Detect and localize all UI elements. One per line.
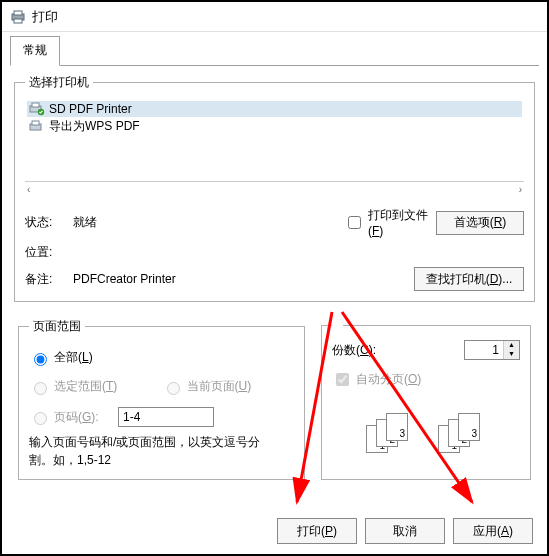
comment-label: 备注: bbox=[25, 271, 73, 288]
printer-item-label: SD PDF Printer bbox=[49, 102, 132, 116]
apply-button[interactable]: 应用(A) bbox=[453, 518, 533, 544]
range-all-label: 全部(L) bbox=[54, 349, 93, 366]
spin-down-icon[interactable]: ▼ bbox=[504, 350, 519, 359]
range-all-radio[interactable] bbox=[34, 353, 47, 366]
svg-rect-1 bbox=[14, 11, 22, 15]
dialog-footer: 打印(P) 取消 应用(A) bbox=[277, 518, 533, 544]
range-current-row: 当前页面(U) bbox=[162, 378, 295, 395]
range-selection-label: 选定范围(T) bbox=[54, 378, 117, 395]
collate-label: 自动分页(O) bbox=[356, 371, 421, 388]
range-all-row[interactable]: 全部(L) bbox=[29, 349, 294, 366]
collate-input bbox=[336, 373, 349, 386]
printer-select-group: 选择打印机 SD PDF Printer 导出为WPS PDF bbox=[14, 74, 535, 302]
horizontal-scrollbar[interactable]: ‹ › bbox=[25, 181, 524, 197]
svg-rect-2 bbox=[14, 19, 22, 23]
cancel-button[interactable]: 取消 bbox=[365, 518, 445, 544]
print-button[interactable]: 打印(P) bbox=[277, 518, 357, 544]
status-value: 就绪 bbox=[73, 214, 344, 231]
copies-label: 份数(C): bbox=[332, 342, 376, 359]
printer-list[interactable]: SD PDF Printer 导出为WPS PDF bbox=[25, 99, 524, 179]
range-selection-row: 选定范围(T) bbox=[29, 378, 162, 395]
printer-icon bbox=[10, 9, 26, 25]
comment-value: PDFCreator Printer bbox=[73, 272, 344, 286]
range-current-label: 当前页面(U) bbox=[187, 378, 252, 395]
print-to-file-input[interactable] bbox=[348, 216, 361, 229]
print-to-file-label: 打印到文件(F) bbox=[368, 207, 428, 238]
svg-rect-7 bbox=[32, 121, 39, 125]
collate-checkbox: 自动分页(O) bbox=[332, 370, 520, 389]
location-label: 位置: bbox=[25, 244, 73, 261]
status-label: 状态: bbox=[25, 214, 73, 231]
copies-group: . 份数(C): ▲ ▼ 自动分页(O) 1 2 bbox=[321, 318, 531, 480]
page-range-hint: 输入页面号码和/或页面范围，以英文逗号分 割。如，1,5-12 bbox=[29, 433, 294, 469]
tab-general[interactable]: 常规 bbox=[10, 36, 60, 66]
titlebar: 打印 bbox=[2, 2, 547, 32]
collate-illustration: 1 2 3 1 2 3 bbox=[332, 399, 520, 459]
printer-item[interactable]: SD PDF Printer bbox=[27, 101, 522, 117]
svg-rect-4 bbox=[32, 103, 39, 107]
printer-ready-icon bbox=[29, 102, 45, 116]
page-range-group: 页面范围 全部(L) 选定范围(T) 当前页面(U) 页码(G): bbox=[18, 318, 305, 480]
printer-icon bbox=[29, 120, 45, 134]
find-printer-button[interactable]: 查找打印机(D)... bbox=[414, 267, 524, 291]
printer-item[interactable]: 导出为WPS PDF bbox=[27, 117, 522, 136]
range-pages-radio bbox=[34, 412, 47, 425]
range-selection-radio bbox=[34, 382, 47, 395]
pages-input[interactable] bbox=[118, 407, 214, 427]
page-range-legend: 页面范围 bbox=[29, 318, 85, 335]
spin-up-icon[interactable]: ▲ bbox=[504, 341, 519, 350]
printer-item-label: 导出为WPS PDF bbox=[49, 118, 140, 135]
copies-spinner[interactable]: ▲ ▼ bbox=[464, 340, 520, 360]
range-pages-label: 页码(G): bbox=[54, 409, 114, 426]
scroll-left-icon[interactable]: ‹ bbox=[27, 184, 30, 195]
window-title: 打印 bbox=[32, 8, 58, 26]
scroll-right-icon[interactable]: › bbox=[519, 184, 522, 195]
range-pages-row[interactable]: 页码(G): bbox=[29, 407, 294, 427]
range-current-radio bbox=[167, 382, 180, 395]
preferences-button[interactable]: 首选项(R) bbox=[436, 211, 524, 235]
print-to-file-checkbox[interactable]: 打印到文件(F) bbox=[344, 207, 428, 238]
printer-select-legend: 选择打印机 bbox=[25, 74, 93, 91]
copies-input[interactable] bbox=[465, 343, 503, 357]
tabstrip: 常规 bbox=[10, 36, 539, 66]
